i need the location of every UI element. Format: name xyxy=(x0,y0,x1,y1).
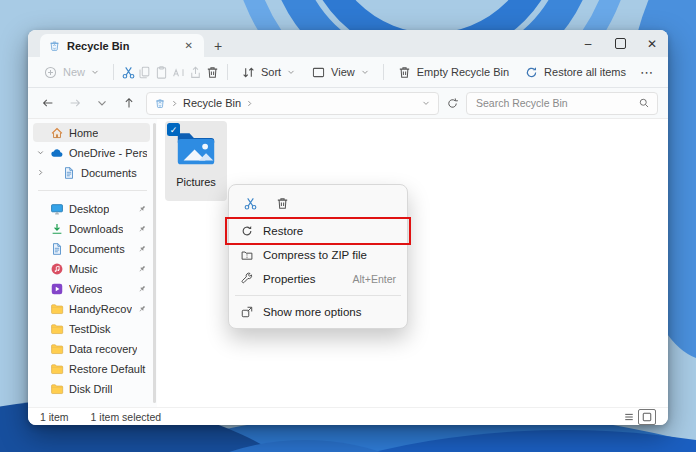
list-view-icon xyxy=(623,411,635,423)
tab-close-button[interactable]: ✕ xyxy=(182,39,196,52)
empty-bin-icon xyxy=(397,65,412,80)
new-button[interactable]: New xyxy=(36,60,107,84)
new-button-label: New xyxy=(63,66,85,78)
search-input[interactable] xyxy=(474,96,633,110)
chevron-down-icon xyxy=(95,96,109,110)
cut-icon xyxy=(121,65,136,80)
thumbnail-view-icon xyxy=(641,411,653,423)
item-checkbox[interactable]: ✓ xyxy=(167,123,180,136)
chevron-down-icon xyxy=(421,98,431,108)
tab-title: Recycle Bin xyxy=(67,40,176,52)
sidebar-item-label: Documents xyxy=(81,167,137,179)
sidebar-item-home[interactable]: Home xyxy=(33,123,150,142)
context-menu-quick-actions xyxy=(233,189,403,219)
sidebar-item-label: Desktop xyxy=(69,203,109,215)
forward-button[interactable] xyxy=(65,93,85,113)
view-button[interactable]: View xyxy=(304,60,377,84)
sidebar-item-handyrecovery[interactable]: HandyRecovery xyxy=(33,299,150,318)
context-menu-item-restore[interactable]: Restore xyxy=(233,219,403,243)
sort-button[interactable]: Sort xyxy=(234,60,303,84)
quick-action-button[interactable] xyxy=(237,192,263,214)
delete-icon xyxy=(275,196,290,211)
cut-icon xyxy=(243,196,258,211)
sidebar-item-chevron[interactable] xyxy=(36,168,47,177)
quick-action-button[interactable] xyxy=(269,192,295,214)
sidebar-item-documents[interactable]: Documents xyxy=(33,163,150,182)
document-icon xyxy=(50,242,64,256)
sidebar-item-videos[interactable]: Videos xyxy=(33,279,150,298)
restore-icon xyxy=(240,224,254,238)
sidebar-item-label: Restore Default Loca xyxy=(69,363,147,375)
copy-button[interactable] xyxy=(137,60,153,84)
tab-recycle-bin[interactable]: Recycle Bin ✕ xyxy=(40,34,204,57)
sidebar-item-label: Data recovery xyxy=(69,343,137,355)
search-icon xyxy=(638,97,650,109)
copy-icon xyxy=(137,65,152,80)
address-dropdown-button[interactable] xyxy=(421,98,431,108)
menu-divider xyxy=(235,295,401,296)
sidebar-item-label: Home xyxy=(69,127,98,139)
close-button[interactable]: ✕ xyxy=(636,30,668,57)
rename-button[interactable] xyxy=(171,60,187,84)
sidebar-item-testdisk[interactable]: TestDisk xyxy=(33,319,150,338)
restore-all-items-button[interactable]: Restore all items xyxy=(517,60,633,84)
recent-locations-button[interactable] xyxy=(92,93,112,113)
share-button[interactable] xyxy=(188,60,204,84)
file-explorer-window: Recycle Bin ✕ + – ✕ New xyxy=(28,30,668,425)
up-button[interactable] xyxy=(119,93,139,113)
folder-icon xyxy=(50,362,64,376)
minimize-button[interactable]: – xyxy=(572,30,604,57)
empty-recycle-bin-label: Empty Recycle Bin xyxy=(417,66,509,78)
delete-button[interactable] xyxy=(205,60,221,84)
back-button[interactable] xyxy=(38,93,58,113)
context-menu: Restore Compress to ZIP file xyxy=(228,184,408,329)
context-menu-item-show-more-options[interactable]: Show more options xyxy=(233,300,403,324)
breadcrumb[interactable]: Recycle Bin xyxy=(146,92,439,115)
context-menu-item-compress-to-zip-file[interactable]: Compress to ZIP file xyxy=(233,243,403,267)
pin-icon xyxy=(137,204,147,214)
maximize-button[interactable] xyxy=(604,30,636,57)
view-toggles xyxy=(623,409,656,425)
sidebar-item-downloads[interactable]: Downloads xyxy=(33,219,150,238)
home-icon xyxy=(50,126,64,140)
desktop: Recycle Bin ✕ + – ✕ New xyxy=(0,0,696,452)
sidebar-scrollbar[interactable] xyxy=(153,123,156,403)
pin-icon xyxy=(137,244,147,254)
sidebar-item-data-recovery[interactable]: Data recovery xyxy=(33,339,150,358)
see-more-button[interactable]: ⋯ xyxy=(634,65,660,80)
pin-icon xyxy=(137,304,147,314)
thumbnail-view-button[interactable] xyxy=(638,409,656,425)
sidebar-item-music[interactable]: Music xyxy=(33,259,150,278)
sidebar-item-onedrive-personal[interactable]: OneDrive - Personal xyxy=(33,143,150,162)
title-bar: Recycle Bin ✕ + – ✕ xyxy=(28,30,668,57)
videos-icon xyxy=(50,282,64,296)
empty-recycle-bin-button[interactable]: Empty Recycle Bin xyxy=(390,60,516,84)
sidebar-item-restore-default-loca[interactable]: Restore Default Loca xyxy=(33,359,150,378)
breadcrumb-item-recycle-bin[interactable]: Recycle Bin xyxy=(183,97,241,109)
new-tab-button[interactable]: + xyxy=(214,38,222,54)
paste-button[interactable] xyxy=(154,60,170,84)
maximize-icon xyxy=(615,38,626,49)
file-item-pictures[interactable]: ✓ Pictures xyxy=(165,121,227,201)
sidebar-item-label: Downloads xyxy=(69,223,123,235)
menu-item-label: Properties xyxy=(263,273,315,285)
view-button-label: View xyxy=(331,66,355,78)
refresh-button[interactable] xyxy=(446,97,459,110)
pin-icon xyxy=(137,264,147,274)
sidebar-item-desktop[interactable]: Desktop xyxy=(33,199,150,218)
pin-icon xyxy=(137,284,147,294)
restore-all-items-label: Restore all items xyxy=(544,66,626,78)
sidebar-item-documents[interactable]: Documents xyxy=(33,239,150,258)
cut-button[interactable] xyxy=(120,60,136,84)
sidebar-item-chevron[interactable] xyxy=(36,148,47,157)
context-menu-item-properties[interactable]: Properties Alt+Enter xyxy=(233,267,403,291)
onedrive-cloud-icon xyxy=(50,146,64,160)
details-view-button[interactable] xyxy=(623,411,635,423)
search-box[interactable] xyxy=(466,92,658,115)
refresh-icon xyxy=(446,97,459,110)
sidebar-item-disk-drill[interactable]: Disk Drill xyxy=(33,379,150,398)
menu-item-label: Compress to ZIP file xyxy=(263,249,367,261)
sidebar-item-label: TestDisk xyxy=(69,323,111,335)
toolbar-divider xyxy=(113,64,114,80)
file-list-area: ✓ Pictures xyxy=(157,119,668,407)
